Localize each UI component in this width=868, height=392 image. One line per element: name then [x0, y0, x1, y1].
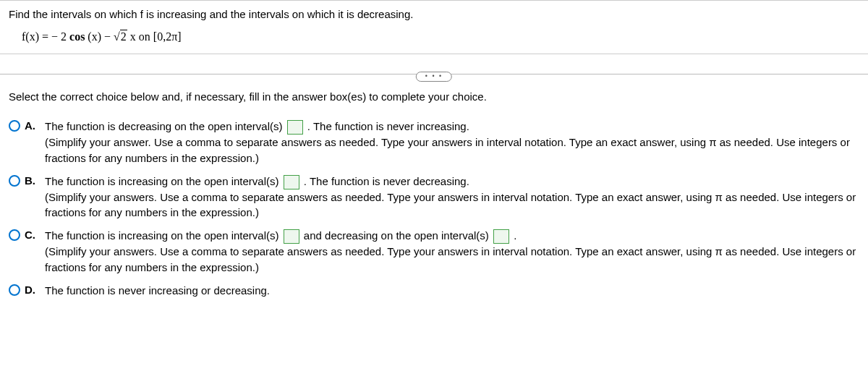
- choice-a: A. The function is decreasing on the ope…: [9, 119, 859, 166]
- answer-instruction: Select the correct choice below and, if …: [9, 90, 859, 103]
- choice-a-hint: (Simplify your answer. Use a comma to se…: [45, 135, 859, 166]
- choice-b-answer-box[interactable]: [284, 175, 299, 189]
- choice-b-hint: (Simplify your answers. Use a comma to s…: [45, 189, 859, 221]
- choice-c-text-post: .: [511, 229, 516, 242]
- answer-area: Select the correct choice below and, if …: [0, 74, 868, 312]
- formula-cos: cos: [69, 30, 85, 43]
- choice-c-hint: (Simplify your answers. Use a comma to s…: [45, 244, 859, 276]
- choice-c: C. The function is increasing on the ope…: [9, 228, 859, 276]
- choice-c-text-mid: and decreasing on the open interval(s): [301, 229, 492, 242]
- section-divider: • • •: [0, 54, 868, 74]
- choice-b: B. The function is increasing on the ope…: [9, 174, 859, 221]
- choice-c-answer-box-1[interactable]: [284, 229, 299, 244]
- choice-c-answer-box-2[interactable]: [493, 229, 509, 244]
- choice-letter: C.: [25, 229, 38, 241]
- question-area: Find the intervals on which f is increas…: [0, 1, 868, 54]
- choices-group: A. The function is decreasing on the ope…: [9, 119, 859, 298]
- formula-mid: (x) −: [85, 30, 114, 43]
- choice-d: D. The function is never increasing or d…: [9, 283, 859, 299]
- radio-a[interactable]: [9, 120, 20, 132]
- question-prompt: Find the intervals on which f is increas…: [9, 8, 859, 20]
- choice-letter: D.: [25, 284, 38, 296]
- radio-c[interactable]: [9, 229, 20, 241]
- expand-button[interactable]: • • •: [416, 72, 452, 82]
- choice-letter: A.: [25, 119, 38, 132]
- formula-radicand: 2: [120, 30, 127, 43]
- choice-a-answer-box[interactable]: [287, 120, 303, 135]
- choice-letter: B.: [25, 174, 38, 187]
- formula-prefix: f(x) = − 2: [22, 30, 69, 43]
- radio-d[interactable]: [9, 284, 20, 296]
- choice-b-text-post: . The function is never decreasing.: [301, 175, 469, 187]
- choice-a-text-post: . The function is never increasing.: [305, 120, 469, 132]
- choice-c-text-pre: The function is increasing on the open i…: [45, 229, 282, 242]
- radio-b[interactable]: [9, 175, 20, 187]
- choice-a-text-pre: The function is decreasing on the open i…: [45, 120, 286, 132]
- formula-suffix: x on [0,2π]: [127, 30, 182, 43]
- question-formula: f(x) = − 2 cos (x) − √2 x on [0,2π]: [22, 30, 859, 43]
- choice-b-text-pre: The function is increasing on the open i…: [45, 175, 282, 187]
- choice-d-text: The function is never increasing or decr…: [45, 284, 270, 297]
